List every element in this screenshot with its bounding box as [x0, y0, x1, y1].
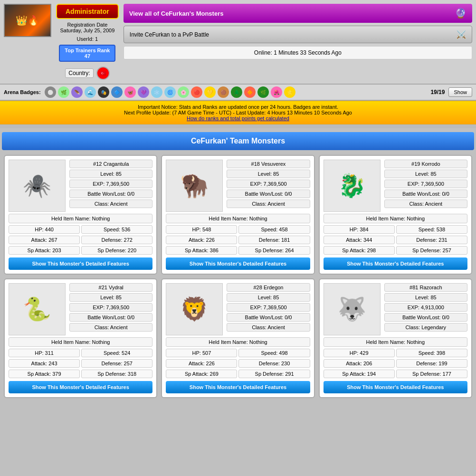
monster-top: 🐍 #21 Vydral Level: 85 EXP: 7,369,500 Ba… — [9, 283, 152, 335]
detail-button-5[interactable]: Show This Monster's Detailed Features — [324, 381, 467, 393]
badge-4[interactable]: 🌊 — [85, 86, 96, 98]
stat-sp-defense-2: Sp Defense: 257 — [396, 246, 467, 255]
badge-18[interactable]: 🌺 — [271, 86, 282, 98]
stat-hp-1: HP: 548 — [166, 225, 237, 234]
stat-sp-attack-2: Sp Attack: 298 — [324, 246, 395, 255]
stat-row-hp-speed-5: HP: 429 Speed: 398 — [324, 349, 467, 357]
stat-sp-defense-3: Sp Defense: 318 — [81, 370, 152, 378]
detail-button-4[interactable]: Show This Monster's Detailed Features — [166, 381, 310, 393]
stat-defense-1: Defense: 181 — [238, 236, 310, 244]
stat-row-spatk-spdef-2: Sp Attack: 298 Sp Defense: 257 — [324, 246, 467, 255]
detail-button-0[interactable]: Show This Monster's Detailed Features — [9, 257, 152, 270]
badge-17[interactable]: 🌿 — [257, 86, 269, 98]
stat-sp-defense-4: Sp Defense: 291 — [238, 370, 310, 378]
badge-3[interactable]: 🪶 — [71, 86, 83, 98]
stat-hp-0: HP: 440 — [9, 225, 80, 234]
stat-attack-5: Attack: 206 — [324, 359, 395, 368]
stat-defense-5: Defense: 199 — [396, 359, 467, 368]
monster-image-2: 🐉 — [324, 160, 381, 212]
badge-11[interactable]: 🌸 — [178, 86, 189, 98]
stat-sp-attack-5: Sp Attack: 194 — [324, 370, 395, 378]
notice-line1: Important Notice: Stats and Ranks are up… — [3, 104, 473, 110]
right-panel: View all of CeFurkan's Monsters 🔮 Invite… — [124, 4, 472, 59]
monster-held-item-3: Held Item Name: Nothing — [9, 337, 152, 347]
turkey-flag: 🇹🇷 — [96, 67, 110, 80]
badge-10[interactable]: 🌀 — [164, 86, 176, 98]
stat-speed-1: Speed: 458 — [238, 225, 310, 234]
divider — [0, 124, 476, 128]
stat-hp-3: HP: 311 — [9, 349, 80, 357]
stat-defense-4: Defense: 230 — [238, 359, 310, 368]
stat-sp-attack-3: Sp Attack: 379 — [9, 370, 80, 378]
monster-info-5: #81 Razorach Level: 85 EXP: 4,913,000 Ba… — [384, 283, 467, 332]
monster-level-2: Level: 85 — [384, 170, 467, 178]
notice-line2: Next Profile Update: (7 AM Game Time - U… — [3, 110, 473, 115]
arena-badges-row: Arena Badges: ⚪ 🌿 🪶 🌊 🎭 🔷 🦋 💜 ❄️ 🌀 🌸 🔴 💛… — [0, 84, 476, 101]
stat-sp-defense-0: Sp Defense: 220 — [81, 246, 152, 255]
ranks-link[interactable]: How do ranks and total points get calcul… — [187, 115, 289, 121]
badge-count: 19/19 — [430, 89, 445, 95]
monster-top: 🦬 #18 Vesuverex Level: 85 EXP: 7,369,500… — [166, 160, 310, 212]
stat-attack-3: Attack: 243 — [9, 359, 80, 368]
pvp-battle-button[interactable]: Invite CeFurkan to a PvP Battle ⚔️ — [124, 26, 472, 43]
badge-15[interactable]: 🌲 — [231, 86, 242, 98]
monster-id-1: #18 Vesuverex — [227, 160, 310, 168]
stat-row-atk-def-2: Attack: 344 Defense: 231 — [324, 236, 467, 244]
stat-speed-2: Speed: 538 — [396, 225, 467, 234]
stat-row-hp-speed-0: HP: 440 Speed: 536 — [9, 225, 152, 234]
monster-top: 🦁 #28 Erdegon Level: 85 EXP: 7,369,500 B… — [166, 283, 310, 335]
badge-14[interactable]: 🟤 — [218, 86, 229, 98]
stat-attack-2: Attack: 344 — [324, 236, 395, 244]
badge-16[interactable]: 🔶 — [244, 86, 256, 98]
monster-image-5: 🐺 — [324, 283, 381, 335]
badge-12[interactable]: 🔴 — [191, 86, 202, 98]
badge-13[interactable]: 💛 — [204, 86, 216, 98]
monster-class-4: Class: Ancient — [227, 323, 310, 332]
monster-class-3: Class: Ancient — [69, 323, 152, 332]
monster-level-5: Level: 85 — [384, 293, 467, 302]
badge-9[interactable]: ❄️ — [151, 86, 162, 98]
monster-image-0: 🕷️ — [9, 160, 66, 212]
badge-7[interactable]: 🦋 — [124, 86, 136, 98]
monster-top: 🕷️ #12 Cragantula Level: 85 EXP: 7,369,5… — [9, 160, 152, 212]
monster-level-0: Level: 85 — [69, 170, 152, 178]
monster-id-4: #28 Erdegon — [227, 283, 310, 292]
monster-exp-3: EXP: 7,369,500 — [69, 303, 152, 312]
stat-hp-4: HP: 507 — [166, 349, 237, 357]
stat-sp-defense-5: Sp Defense: 177 — [396, 370, 467, 378]
team-header: CeFurkan' Team Monsters — [2, 132, 474, 150]
detail-button-1[interactable]: Show This Monster's Detailed Features — [166, 257, 310, 270]
country-row: Country: 🇹🇷 — [65, 67, 109, 80]
monster-id-3: #21 Vydral — [69, 283, 152, 292]
monster-level-4: Level: 85 — [227, 293, 310, 302]
monster-exp-0: EXP: 7,369,500 — [69, 180, 152, 188]
monster-card-2: 🐉 #19 Korrodo Level: 85 EXP: 7,369,500 B… — [319, 155, 472, 275]
userid: UserId: 1 — [77, 36, 98, 42]
badge-8[interactable]: 💜 — [138, 86, 149, 98]
monster-exp-5: EXP: 4,913,000 — [384, 303, 467, 312]
stat-row-hp-speed-4: HP: 507 Speed: 498 — [166, 349, 310, 357]
monster-class-5: Class: Legendary — [384, 323, 467, 332]
badge-19[interactable]: ⭐ — [284, 86, 295, 98]
monster-level-3: Level: 85 — [69, 293, 152, 302]
monster-image-1: 🦬 — [166, 160, 223, 212]
badge-6[interactable]: 🔷 — [111, 86, 123, 98]
monster-info-4: #28 Erdegon Level: 85 EXP: 7,369,500 Bat… — [227, 283, 310, 332]
detail-button-2[interactable]: Show This Monster's Detailed Features — [324, 257, 467, 270]
stat-row-atk-def-3: Attack: 243 Defense: 257 — [9, 359, 152, 368]
show-badges-button[interactable]: Show — [448, 87, 472, 97]
view-monsters-button[interactable]: View all of CeFurkan's Monsters 🔮 — [124, 4, 472, 23]
badge-1[interactable]: ⚪ — [45, 86, 56, 98]
stat-hp-2: HP: 384 — [324, 225, 395, 234]
detail-button-3[interactable]: Show This Monster's Detailed Features — [9, 381, 152, 393]
monster-held-item-2: Held Item Name: Nothing — [324, 214, 467, 223]
country-label: Country: — [65, 68, 93, 78]
stat-hp-5: HP: 429 — [324, 349, 395, 357]
sword-icon: ⚔️ — [457, 30, 466, 39]
monster-info-2: #19 Korrodo Level: 85 EXP: 7,369,500 Bat… — [384, 160, 467, 208]
stat-row-hp-speed-2: HP: 384 Speed: 538 — [324, 225, 467, 234]
badge-2[interactable]: 🌿 — [58, 86, 69, 98]
stat-defense-2: Defense: 231 — [396, 236, 467, 244]
badge-5[interactable]: 🎭 — [98, 86, 109, 98]
header-area: 👑🔥 Administrator Registration Date Satur… — [0, 0, 476, 84]
